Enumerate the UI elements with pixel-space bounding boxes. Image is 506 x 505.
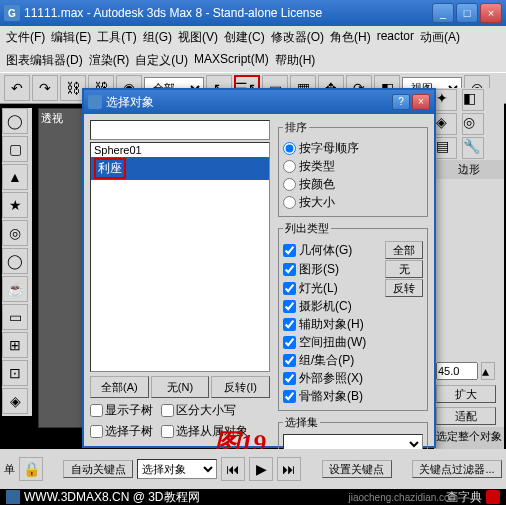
window-title: 11111.max - Autodesk 3ds Max 8 - Stand-a…	[24, 6, 322, 20]
cone-icon[interactable]: ▲	[2, 164, 28, 190]
menu-tools[interactable]: 工具(T)	[97, 29, 136, 46]
lt-xrefs[interactable]: 外部参照(X)	[283, 370, 423, 387]
command-panel: ✦ ◧ ◈ ◎ ▤ 🔧 边形 ▴ 扩大 适配 选定整个对象 连接	[434, 88, 504, 448]
select-object-combo[interactable]: 选择对象	[137, 459, 217, 479]
helpers-icon[interactable]: ⊞	[2, 332, 28, 358]
lt-invert-button[interactable]: 反转	[385, 279, 423, 297]
menu-group[interactable]: 组(G)	[143, 29, 172, 46]
show-subtree-check[interactable]: 显示子树	[90, 402, 153, 419]
object-list[interactable]: Sphere01 利座	[90, 142, 270, 372]
minimize-button[interactable]: _	[432, 3, 454, 23]
extra1-icon[interactable]: ◈	[2, 388, 28, 414]
menu-modifiers[interactable]: 修改器(O)	[271, 29, 324, 46]
invert-button[interactable]: 反转(I)	[211, 376, 270, 398]
menu-maxscript[interactable]: MAXScript(M)	[194, 52, 269, 69]
star-icon[interactable]: ★	[2, 192, 28, 218]
cylinder-icon[interactable]: ◎	[2, 220, 28, 246]
play-icon[interactable]: ▶	[249, 457, 273, 481]
footer-logo-icon	[486, 490, 500, 504]
redo-icon[interactable]: ↷	[32, 75, 58, 101]
footer: WWW.3DMAX8.CN @ 3D教程网 jiaocheng.chazidia…	[0, 489, 506, 505]
listtypes-legend: 列出类型	[283, 221, 331, 236]
lock-icon[interactable]: 🔒	[19, 457, 43, 481]
list-item[interactable]: Sphere01	[91, 143, 269, 157]
lt-cameras[interactable]: 摄影机(C)	[283, 298, 423, 315]
all-button[interactable]: 全部(A)	[90, 376, 149, 398]
dialog-close-button[interactable]: ×	[412, 94, 430, 110]
sort-alpha[interactable]: 按字母顺序	[283, 140, 423, 157]
sort-type[interactable]: 按类型	[283, 158, 423, 175]
menubar: 文件(F) 编辑(E) 工具(T) 组(G) 视图(V) 创建(C) 修改器(O…	[0, 26, 506, 72]
menu-help[interactable]: 帮助(H)	[275, 52, 316, 69]
menu-animation[interactable]: 动画(A)	[420, 29, 460, 46]
selectset-legend: 选择集	[283, 415, 320, 430]
expand-button[interactable]: 扩大	[436, 385, 496, 403]
lt-bones[interactable]: 骨骼对象(B)	[283, 388, 423, 405]
autokey-button[interactable]: 自动关键点	[63, 460, 133, 478]
spinner-up-icon[interactable]: ▴	[481, 362, 495, 380]
footer-watermark: jiaocheng.chazidian.com	[348, 492, 458, 503]
setkey-button[interactable]: 设置关键点	[322, 460, 392, 478]
hierarchy-tab-icon[interactable]: ◈	[435, 113, 457, 135]
none-button[interactable]: 无(N)	[151, 376, 210, 398]
dialog-help-button[interactable]: ?	[392, 94, 410, 110]
lt-shapes[interactable]: 图形(S)无	[283, 260, 423, 278]
status-bar: 单 🔒 自动关键点 选择对象 ⏮ ▶ ⏭ 设置关键点 关键点过滤器...	[0, 449, 506, 489]
menu-render[interactable]: 渲染(R)	[89, 52, 130, 69]
lt-spacewarps[interactable]: 空间扭曲(W)	[283, 334, 423, 351]
select-object-dialog: 选择对象 ? × Sphere01 利座 全部(A) 无(N) 反转(I) 显示…	[82, 88, 436, 448]
app-icon: G	[4, 5, 20, 21]
select-whole-label: 选定整个对象	[434, 427, 504, 446]
lt-lights[interactable]: 灯光(L)反转	[283, 279, 423, 297]
box-icon[interactable]: ▢	[2, 136, 28, 162]
menu-reactor[interactable]: reactor	[377, 29, 414, 46]
modify-tab-icon[interactable]: ◧	[462, 89, 484, 111]
single-label: 单	[4, 462, 15, 477]
titlebar: G 11111.max - Autodesk 3ds Max 8 - Stand…	[0, 0, 506, 26]
sphere-icon[interactable]: ◯	[2, 108, 28, 134]
shape-label: 边形	[434, 160, 504, 179]
lt-groups[interactable]: 组/集合(P)	[283, 352, 423, 369]
listtypes-fieldset: 列出类型 几何体(G)全部 图形(S)无 灯光(L)反转 摄影机(C) 辅助对象…	[278, 221, 428, 411]
close-button[interactable]: ×	[480, 3, 502, 23]
list-item-selected[interactable]: 利座	[91, 157, 269, 180]
lt-all-button[interactable]: 全部	[385, 241, 423, 259]
spinner-value[interactable]	[436, 362, 478, 380]
sort-fieldset: 排序 按字母顺序 按类型 按颜色 按大小	[278, 120, 428, 217]
sort-size[interactable]: 按大小	[283, 194, 423, 211]
undo-icon[interactable]: ↶	[4, 75, 30, 101]
create-tab-icon[interactable]: ✦	[435, 89, 457, 111]
left-toolbar: ◯ ▢ ▲ ★ ◎ ◯ ☕ ▭ ⊞ ⊡ ◈	[2, 108, 32, 416]
sort-color[interactable]: 按颜色	[283, 176, 423, 193]
select-subtree-check[interactable]: 选择子树	[90, 423, 153, 440]
dialog-icon	[88, 95, 102, 109]
menu-graph[interactable]: 图表编辑器(D)	[6, 52, 83, 69]
next-key-icon[interactable]: ⏭	[277, 457, 301, 481]
sort-legend: 排序	[283, 120, 309, 135]
shrink-button[interactable]: 适配	[436, 407, 496, 425]
systems-icon[interactable]: ⊡	[2, 360, 28, 386]
case-sensitive-check[interactable]: 区分大小写	[161, 402, 236, 419]
footer-icon	[6, 490, 20, 504]
plane-icon[interactable]: ▭	[2, 304, 28, 330]
menu-file[interactable]: 文件(F)	[6, 29, 45, 46]
torus-icon[interactable]: ◯	[2, 248, 28, 274]
dialog-title: 选择对象	[106, 94, 154, 111]
menu-character[interactable]: 角色(H)	[330, 29, 371, 46]
footer-url: WWW.3DMAX8.CN @ 3D教程网	[24, 489, 200, 506]
display-tab-icon[interactable]: ▤	[435, 137, 457, 159]
keyfilter-button[interactable]: 关键点过滤器...	[412, 460, 502, 478]
menu-create[interactable]: 创建(C)	[224, 29, 265, 46]
utilities-tab-icon[interactable]: 🔧	[462, 137, 484, 159]
menu-customize[interactable]: 自定义(U)	[135, 52, 188, 69]
motion-tab-icon[interactable]: ◎	[462, 113, 484, 135]
prev-key-icon[interactable]: ⏮	[221, 457, 245, 481]
lt-geometry[interactable]: 几何体(G)全部	[283, 241, 423, 259]
teapot-icon[interactable]: ☕	[2, 276, 28, 302]
menu-views[interactable]: 视图(V)	[178, 29, 218, 46]
maximize-button[interactable]: □	[456, 3, 478, 23]
menu-edit[interactable]: 编辑(E)	[51, 29, 91, 46]
lt-none-button[interactable]: 无	[385, 260, 423, 278]
name-filter-input[interactable]	[90, 120, 270, 140]
lt-helpers[interactable]: 辅助对象(H)	[283, 316, 423, 333]
